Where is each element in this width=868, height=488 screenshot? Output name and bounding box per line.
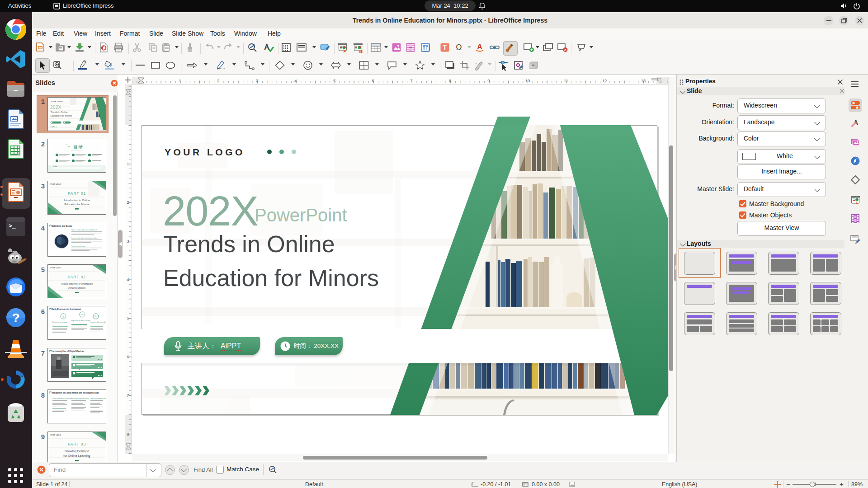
svg-text:202X: 202X [50,104,61,110]
svg-text:YOUR LOGO: YOUR LOGO [50,183,61,185]
svg-text:for Online Learning: for Online Learning [63,454,90,458]
svg-text:◷: ◷ [62,315,65,318]
svg-text:1: 1 [179,78,181,83]
svg-text:Impact on learning habits: Impact on learning habits [90,321,106,323]
svg-text:6: 6 [127,354,129,359]
svg-text:Ω: Ω [456,43,462,52]
svg-text:A: A [264,43,269,52]
svg-text:目录: 目录 [73,145,84,150]
svg-text:Learning tailored to school-ag: Learning tailored to school-age children [71,237,98,239]
svg-text:?: ? [12,311,19,325]
svg-text:8: 8 [449,78,451,83]
svg-text:7: 7 [410,78,412,83]
svg-text:5: 5 [333,78,335,83]
svg-text:Impact on communication: Impact on communication [90,398,106,399]
svg-text:11: 11 [564,78,568,83]
svg-text:✦: ✦ [68,145,70,148]
svg-text:6: 6 [372,78,374,83]
svg-text:A: A [477,43,482,51]
svg-text:Rising Internet Penetration: Rising Internet Penetration [61,282,93,285]
svg-text:3: 3 [127,239,129,244]
svg-text:1: 1 [127,161,129,166]
svg-text:Among Minors: Among Minors [68,286,86,289]
svg-text:Introduction to Online: Introduction to Online [64,199,90,202]
svg-text:PART 03: PART 03 [68,442,86,446]
svg-text:>_: >_ [9,223,16,230]
svg-text:⚙: ⚙ [81,313,84,316]
svg-text:YOUR LOGO: YOUR LOGO [50,434,61,436]
svg-text:Scope and coverage: Scope and coverage [71,245,85,247]
svg-text:3: 3 [256,78,258,83]
svg-text:Definition and Scope: Definition and Scope [52,225,72,227]
svg-text:Early Exposure to the Internet: Early Exposure to the Internet [52,308,81,310]
svg-text:Education for Minors: Education for Minors [51,114,72,117]
svg-text:Social platforms are gateways: Social platforms are gateways [52,398,72,399]
svg-text:13: 13 [641,78,646,83]
svg-text:High levels of online activiti: High levels of online activities [71,320,90,322]
svg-text:5: 5 [127,315,129,320]
svg-text:What is Online Education for M: What is Online Education for Minors? [71,229,97,231]
svg-text:7: 7 [127,393,129,398]
svg-text:4: 4 [127,277,129,282]
svg-text:Messaging apps used daily: Messaging apps used daily [71,398,89,399]
svg-text:Growing Demand: Growing Demand [65,450,90,453]
svg-text:10: 10 [525,78,530,83]
svg-text:Devices at an early age: Devices at an early age [52,321,68,323]
svg-text:12: 12 [602,78,607,83]
svg-text:8: 8 [127,432,129,436]
svg-text:Trends in Online: Trends in Online [51,111,68,113]
svg-text:PART 02: PART 02 [68,275,86,279]
svg-text:✎: ✎ [95,315,97,318]
svg-text:4: 4 [294,78,297,83]
svg-text:Integration of Social Media an: Integration of Social Media and Messagin… [52,392,99,394]
svg-text:PART 01: PART 01 [68,191,86,196]
svg-text:YOUR LOGO: YOUR LOGO [51,100,63,103]
svg-text:YOUR LOGO: YOUR LOGO [50,267,61,269]
svg-text:2: 2 [217,78,219,83]
svg-text:Increasing Use of Digital Devi: Increasing Use of Digital Devices [52,350,85,352]
svg-text:T: T [443,44,447,52]
svg-text:Education for Minors: Education for Minors [64,203,89,206]
svg-text:2: 2 [127,200,129,205]
svg-text:9: 9 [487,78,490,83]
